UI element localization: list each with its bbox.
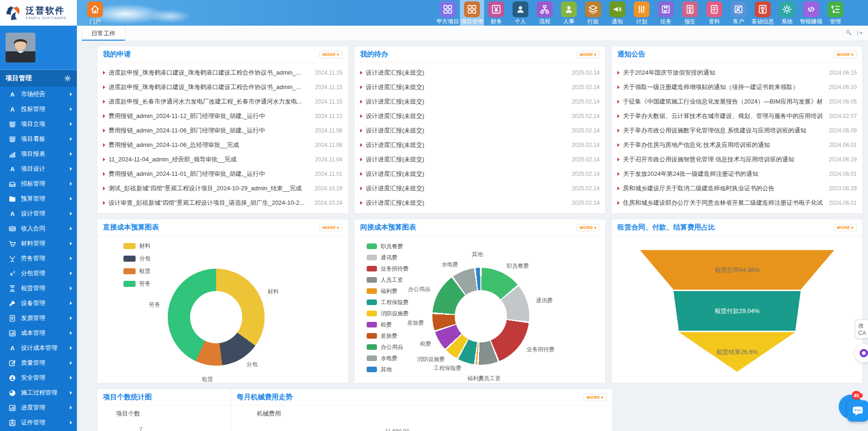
sidebar-menu-item[interactable]: 项目报表 <box>0 146 77 161</box>
legend-item[interactable]: 租赁 <box>123 265 150 278</box>
nav-item[interactable]: 甲方项目 <box>436 0 460 26</box>
chat-button[interactable] <box>847 400 868 422</box>
legend-item[interactable]: 材料 <box>123 240 150 252</box>
legend-item[interactable]: 消防设施费 <box>367 308 409 319</box>
donut-chart-indirect-cost[interactable]: 职员餐费通讯费业务招待费人员工资福利费工程保险费消防设施费税费差旅费办公用品水电… <box>355 236 605 383</box>
list-item[interactable]: 设计进度汇报(未提交) 2025.02.14 <box>360 152 600 167</box>
nav-item[interactable]: 资料 <box>702 0 726 26</box>
nav-item[interactable]: 财务 <box>484 0 508 26</box>
sidebar-menu-item[interactable]: 进度管理 <box>0 400 77 415</box>
more-button[interactable]: MORE <box>834 51 857 58</box>
list-item[interactable]: 设计进度汇报(未提交) 2025.02.14 <box>360 138 600 152</box>
more-button[interactable]: MORE <box>576 51 600 58</box>
legend-item[interactable]: 人员工资 <box>367 274 409 285</box>
funnel-chart-lease[interactable]: 租赁合同44.36%租赁付款29.04%租赁结算26.6% <box>612 250 862 383</box>
list-item[interactable]: 费用报销_admin_2024-11-06_部门经理审批_胡建,_运行中 202… <box>103 123 342 138</box>
legend-item[interactable]: 通讯费 <box>367 252 409 263</box>
sidebar-menu-item[interactable]: 劳务管理 <box>0 251 77 266</box>
list-item[interactable]: 关于举办大数据、云计算技术在城市建设、规划、管理与服务中的应用培训班... 20… <box>617 109 857 123</box>
legend-item[interactable]: 分包 <box>123 252 150 265</box>
sidebar-menu-item[interactable]: 发票管理 <box>0 311 77 326</box>
sidebar-menu-item[interactable]: 安全管理 <box>0 370 77 385</box>
expand-arrow-icon[interactable] <box>856 29 863 36</box>
more-button[interactable]: MORE <box>583 394 607 401</box>
list-item[interactable]: 设计进度汇报(未提交) 2025.02.14 <box>360 80 600 94</box>
nav-item[interactable]: 报告 <box>678 0 702 26</box>
list-item[interactable]: 11_2024-11-04_admin_经营部_领导审批__完成 2024.11… <box>103 152 342 167</box>
legend-item[interactable]: 税费 <box>367 319 409 330</box>
donut-ring[interactable] <box>168 269 265 366</box>
more-button[interactable]: MORE <box>576 224 600 231</box>
legend-item[interactable]: 办公用品 <box>367 341 409 353</box>
funnel-stage[interactable]: 租赁付款29.04% <box>640 291 834 331</box>
sidebar-menu-item[interactable]: 招标管理 <box>0 176 77 191</box>
list-item[interactable]: 关于领取一级注册建造师增项贴的通知（须持一建证书前来领取） 2024.06.10 <box>617 80 857 94</box>
nav-item[interactable]: 基础信息 <box>751 0 775 26</box>
avatar[interactable] <box>6 33 35 63</box>
list-item[interactable]: 设计进度汇报(未提交) 2025.02.14 <box>360 167 600 181</box>
legend-item[interactable]: 劳务 <box>123 278 150 290</box>
nav-item[interactable]: 流程 <box>533 0 557 26</box>
list-item[interactable]: 关于召开市政公用设施智慧化管理 信息技术与应用培训班的通知 2024.06.19 <box>617 152 857 167</box>
list-item[interactable]: 费用报销_admin_2024-11-01_部门经理审批_胡建,_运行中 202… <box>103 167 342 181</box>
donut-ring[interactable] <box>432 268 529 365</box>
nav-item[interactable]: 个人 <box>508 0 533 26</box>
more-button[interactable]: MORE <box>319 51 342 58</box>
nav-item[interactable]: 通知 <box>605 0 629 26</box>
sidebar-menu-item[interactable]: 项目看板 <box>0 132 77 146</box>
sidebar-menu-item[interactable]: A 设计管理 <box>0 206 77 221</box>
legend-item[interactable]: 业务招待费 <box>367 263 409 274</box>
legend-item[interactable]: 工程保险费 <box>367 297 409 308</box>
sidebar-menu-item[interactable]: 预算管理 <box>0 191 77 206</box>
gear-icon[interactable] <box>64 75 71 82</box>
list-item[interactable]: 费用报销_admin_2024-11-12_部门经理审批_胡建,_运行中 202… <box>103 109 342 123</box>
list-item[interactable]: 关于举办市政公用设施数字化管理信息 系统建设与应用培训班的通知 2024.06.… <box>617 123 857 138</box>
line-chart-machine-cost[interactable]: 机械费用 12,000 11,690.00 <box>231 406 612 431</box>
legend-item[interactable]: 水电费 <box>367 353 409 364</box>
list-item[interactable]: 于征集《中国建筑施工行业信息化发展报告（2024）—BIM应用与发展》材料...… <box>617 94 857 109</box>
list-item[interactable]: 进度款申报_珠海鹤港口建设_珠海鹤港口建设工程合作协议书_admin_... 2… <box>103 65 342 80</box>
list-item[interactable]: 住房和城乡建设部办公厅关于同意吉林省开展二级建造师注册证书电子化试点... 20… <box>617 195 857 210</box>
more-button[interactable]: MORE <box>319 224 342 231</box>
sidebar-menu-item[interactable]: 收入合同 <box>0 221 77 236</box>
sidebar-menu-item[interactable]: A 设计成本管理 <box>0 341 77 355</box>
nav-item[interactable]: 管理 <box>823 0 847 26</box>
nav-item[interactable]: 智能建模 <box>799 0 823 26</box>
sidebar-menu-item[interactable]: A 投标管理 <box>0 102 77 117</box>
key-icon[interactable] <box>846 29 853 36</box>
nav-item[interactable]: 任务 <box>654 0 678 26</box>
list-item[interactable]: 设计进度汇报(未提交) 2025.02.14 <box>360 195 600 210</box>
list-item[interactable]: 设计进度汇报(未提交) 2025.02.14 <box>360 123 600 138</box>
legend-item[interactable]: 福利费 <box>367 285 409 297</box>
donut-chart-direct-cost[interactable]: 材料分包租赁劳务 材料分包租赁劳务 <box>97 236 348 383</box>
tab-daily-work[interactable]: 日常工作 <box>82 26 125 41</box>
nav-item[interactable]: 行政 <box>581 0 605 26</box>
sidebar-menu-item[interactable]: A 市场经营 <box>0 87 77 102</box>
list-item[interactable]: 进度款申报_珠海鹤港口建设_珠海鹤港口建设工程合作协议书_admin_... 2… <box>103 80 342 94</box>
list-item[interactable]: 关于发放2024年第24批一级建造师注册证书的通知 2024.06.01 <box>617 167 857 181</box>
sidebar-menu-item[interactable]: 租赁管理 <box>0 281 77 296</box>
list-item[interactable]: 费用报销_admin_2024-11-06_总经理审批__完成 2024.11.… <box>103 138 342 152</box>
sidebar-menu-item[interactable]: 项目立项 <box>0 117 77 132</box>
sidebar-menu-item[interactable]: A 项目设计 <box>0 161 77 176</box>
nav-item[interactable]: 客户 <box>726 0 751 26</box>
list-item[interactable]: 进度款申报_长春市伊通河水力发电厂改建工程_长春市伊通河水力发电... 2024… <box>103 94 342 109</box>
list-item[interactable]: 设计进度汇报(未提交) 2025.02.14 <box>360 65 600 80</box>
list-item[interactable]: 设计审查_彭祖新城"四馆"景观工程设计项目_请选择_胡广生_2024-10-2.… <box>103 195 342 210</box>
floating-tool-bubble[interactable]: 改CA <box>855 320 868 339</box>
sidebar-menu-item[interactable]: 质量管理 <box>0 355 77 370</box>
list-item[interactable]: 房和城乡建设厅关于取消二级建造师临时执业证书的公告 2023.08.29 <box>617 181 857 195</box>
list-item[interactable]: 测试_彭祖新城"四馆"景观工程设计项目_2024-10-29_admin_结束_… <box>103 181 342 195</box>
list-item[interactable]: 关于举办住房与房地产信息化 技术及应用培训班的通知 2024.06.01 <box>617 138 857 152</box>
list-item[interactable]: 设计进度汇报(未提交) 2025.02.14 <box>360 94 600 109</box>
legend-item[interactable]: 差旅费 <box>367 330 409 341</box>
sidebar-menu-item[interactable]: 成本管理 <box>0 326 77 341</box>
nav-item[interactable]: 计划 <box>629 0 654 26</box>
nav-item-portal[interactable]: 门户 <box>83 1 107 26</box>
list-item[interactable]: 设计进度汇报(未提交) 2025.02.14 <box>360 181 600 195</box>
nav-item[interactable]: 项目管理 <box>460 0 484 26</box>
list-item[interactable]: 设计进度汇报(未提交) 2025.02.14 <box>360 109 600 123</box>
sidebar-menu-item[interactable]: 施工过程管理 <box>0 385 77 400</box>
list-item[interactable]: 关于2024年国庆节放假安排的通知 2024.06.15 <box>617 65 857 80</box>
nav-item[interactable]: 系统 <box>775 0 799 26</box>
